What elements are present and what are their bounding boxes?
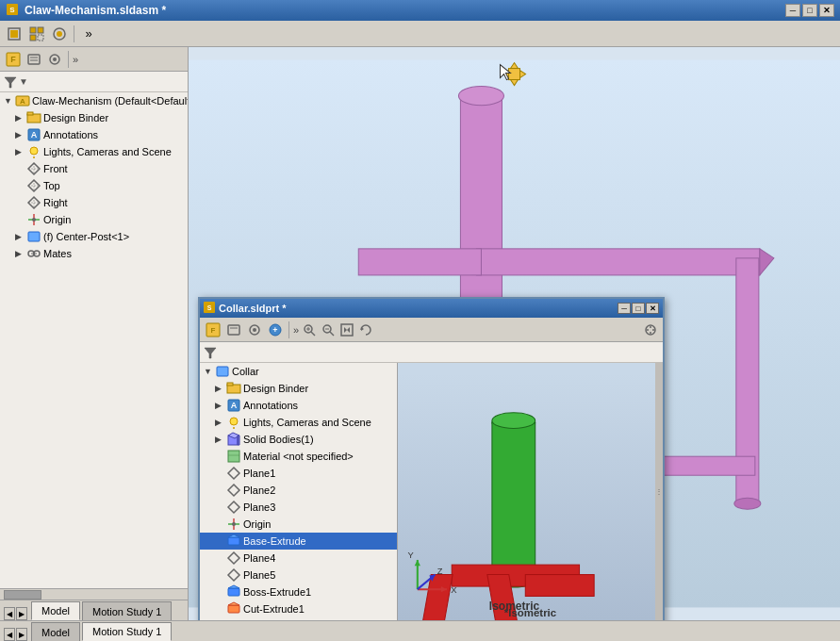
sub-tree-label-cut1: Cut-Extrude1 [243, 603, 305, 615]
sub-window-icon: S [204, 302, 215, 315]
expand-icon-root[interactable]: ▼ [4, 96, 15, 106]
svg-point-121 [492, 413, 535, 429]
sub-tree-cut-extrude1[interactable]: Cut-Extrude1 [200, 600, 397, 617]
expand-icon-cp[interactable]: ▶ [15, 232, 26, 241]
tab-motion-study-left[interactable]: Motion Study 1 [82, 601, 172, 620]
toolbar-btn-1[interactable] [4, 24, 25, 44]
sub-tree-lights[interactable]: ▶ Lights, Cameras and Scene [200, 414, 397, 431]
sub-ei-lights[interactable]: ▶ [215, 418, 226, 427]
main-viewport[interactable]: S Collar.sldprt * ─ □ ✕ F [189, 47, 840, 620]
sub-expand-btn[interactable]: » [293, 324, 299, 336]
tree-item-lights[interactable]: ▶ Lights, Cameras and Scene [0, 143, 188, 160]
svg-text:A: A [31, 130, 38, 140]
sub-tree-plane5[interactable]: Plane5 [200, 567, 397, 583]
tree-item-annotations[interactable]: ▶ A Annotations [0, 126, 188, 143]
expand-icon-db[interactable]: ▶ [15, 113, 26, 123]
minimize-button[interactable]: ─ [785, 4, 800, 17]
sub-tree-design-binder[interactable]: ▶ Design Binder [200, 380, 397, 397]
sub-expand-collar[interactable]: ▼ [204, 367, 215, 376]
tree-item-root[interactable]: ▼ A Claw-Mechanism (Default<Default [0, 92, 188, 109]
h-scroll-thumb[interactable] [4, 590, 41, 600]
toolbar-btn-2[interactable] [26, 24, 47, 44]
svg-marker-112 [228, 602, 239, 605]
main-scroll-controls: ◀ ▶ [4, 628, 27, 641]
sub-minimize-btn[interactable]: ─ [618, 303, 631, 314]
svg-marker-80 [361, 327, 364, 331]
svg-rect-4 [30, 27, 36, 33]
sub-tree-solid-bodies[interactable]: ▶ Solid Bodies(1) [200, 431, 397, 448]
tree-item-design-binder[interactable]: ▶ Design Binder [0, 109, 188, 126]
sub-ei-ann[interactable]: ▶ [215, 401, 226, 410]
tree-item-top[interactable]: Top [0, 177, 188, 194]
filter-icon [4, 75, 17, 89]
sub-ei-solid[interactable]: ▶ [215, 435, 226, 444]
sub-tree-boss-extrude1[interactable]: Boss-Extrude1 [200, 583, 397, 600]
svg-marker-86 [205, 348, 216, 358]
svg-point-67 [253, 328, 256, 332]
sub-viewport[interactable]: X Y Z *Isometric ⋮ [398, 363, 663, 620]
lights-icon [26, 144, 41, 159]
sub-tree-plane2[interactable]: Plane2 [200, 482, 397, 499]
panel-btn-config[interactable] [45, 50, 64, 69]
toolbar-btn-3[interactable] [49, 24, 70, 44]
design-binder-icon [26, 110, 41, 125]
sub-feature-tree[interactable]: ▼ Collar ▶ Design Bin [200, 363, 398, 620]
toolbar-btn-4[interactable]: » [78, 24, 99, 44]
sub-tree-annotations[interactable]: ▶ A Annotations [200, 397, 397, 414]
sub-tree-material[interactable]: Material <not specified> [200, 448, 397, 465]
sub-toolbar-btn-4[interactable]: + [266, 320, 285, 339]
sub-toolbar: F [200, 318, 663, 342]
sub-material-icon [226, 449, 241, 464]
rotate-btn[interactable] [357, 321, 374, 338]
tree-item-origin[interactable]: Origin [0, 211, 188, 228]
sub-tree-plane3[interactable]: Plane3 [200, 499, 397, 516]
h-scroll[interactable] [0, 588, 188, 600]
svg-marker-96 [238, 436, 239, 445]
sub-toolbar-btn-2[interactable] [224, 320, 243, 339]
sub-ei-db[interactable]: ▶ [215, 384, 226, 393]
zoom-out-btn[interactable] [320, 321, 337, 338]
feature-tree[interactable]: ▼ A Claw-Mechanism (Default<Default ▶ De… [0, 92, 188, 588]
svg-text:Y: Y [407, 551, 414, 560]
sub-toolbar-btn-1[interactable]: F [204, 320, 222, 339]
expand-icon-ann[interactable]: ▶ [15, 130, 26, 140]
main-scroll-right-btn[interactable]: ▶ [16, 628, 27, 641]
expand-icon-mates[interactable]: ▶ [15, 249, 26, 258]
tab-motion-study-main[interactable]: Motion Study 1 [82, 622, 172, 641]
expand-icon-lights[interactable]: ▶ [15, 147, 26, 156]
app-icon: S [6, 3, 21, 18]
sub-tree-base-extrude[interactable]: Base-Extrude [200, 533, 397, 550]
panel-btn-feature[interactable]: F [4, 50, 23, 69]
main-scroll-left-btn[interactable]: ◀ [4, 628, 15, 641]
resize-handle[interactable]: ⋮ [655, 363, 663, 620]
close-button[interactable]: ✕ [819, 4, 834, 17]
scroll-left-btn[interactable]: ◀ [4, 607, 15, 620]
tree-item-mates[interactable]: ▶ Mates [0, 245, 188, 262]
tab-model-left[interactable]: Model [31, 601, 80, 620]
sub-toolbar-btn-3[interactable] [245, 320, 264, 339]
maximize-button[interactable]: □ [802, 4, 817, 17]
tree-item-center-post[interactable]: ▶ (f) Center-Post<1> [0, 228, 188, 245]
panel-separator [68, 51, 69, 68]
sub-tree-plane1[interactable]: Plane1 [200, 465, 397, 482]
tab-model-main[interactable]: Model [31, 622, 80, 641]
sub-close-btn[interactable]: ✕ [646, 303, 659, 314]
sub-restore-btn[interactable]: □ [632, 303, 645, 314]
sub-tree-collar[interactable]: ▼ Collar [200, 363, 397, 380]
sub-scene-svg: X Y Z *Isometric [398, 363, 663, 620]
tree-label-center-post: (f) Center-Post<1> [43, 231, 129, 242]
scroll-right-btn[interactable]: ▶ [16, 607, 27, 620]
panel-expand-btn[interactable]: » [73, 54, 78, 65]
plane-right-icon [26, 195, 41, 210]
svg-marker-106 [228, 534, 239, 537]
view-options-btn[interactable] [642, 321, 659, 338]
zoom-in-btn[interactable] [301, 321, 318, 338]
zoom-fit-btn[interactable] [338, 321, 355, 338]
sub-tree-label-lights: Lights, Cameras and Scene [243, 417, 371, 428]
svg-rect-47 [476, 249, 759, 275]
tree-item-front[interactable]: Front [0, 160, 188, 177]
sub-tree-plane4[interactable]: Plane4 [200, 550, 397, 567]
panel-btn-property[interactable] [25, 50, 43, 69]
sub-tree-origin2[interactable]: Origin [200, 516, 397, 533]
tree-item-right[interactable]: Right [0, 194, 188, 211]
